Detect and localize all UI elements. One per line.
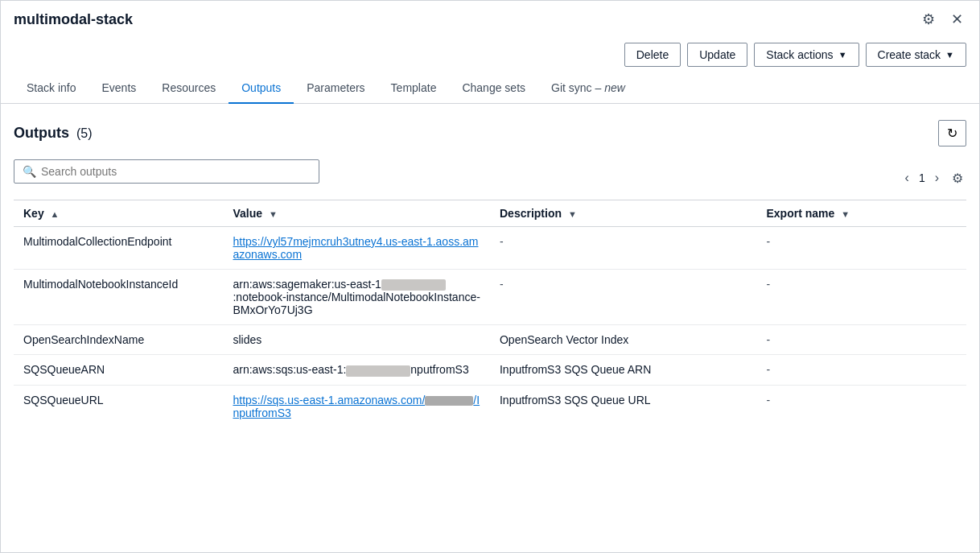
cell-value: https://vyl57mejmcruh3utney4.us-east-1.a…	[223, 227, 490, 270]
tab-parameters[interactable]: Parameters	[294, 73, 377, 104]
close-icon-button[interactable]: ✕	[948, 9, 966, 30]
cell-export-name: -	[757, 355, 967, 385]
table-row: OpenSearchIndexName slides OpenSearch Ve…	[14, 325, 966, 355]
cell-value: slides	[223, 325, 490, 355]
tab-events[interactable]: Events	[89, 73, 149, 104]
col-header-key: Key ▲	[14, 200, 223, 227]
prev-page-button[interactable]: ‹	[902, 169, 912, 187]
nav-tabs: Stack info Events Resources Outputs Para…	[1, 73, 979, 104]
search-pagination-row: 🔍 ‹ 1 › ⚙	[14, 159, 966, 196]
table-row: SQSQueueURL https://sqs.us-east-1.amazon…	[14, 385, 966, 427]
table-row: MultimodalCollectionEndpoint https://vyl…	[14, 227, 966, 270]
cell-key: SQSQueueARN	[14, 355, 223, 385]
tab-resources[interactable]: Resources	[149, 73, 229, 104]
sqs-queue-url-link[interactable]: https://sqs.us-east-1.amazonaws.com//Inp…	[233, 394, 480, 419]
cell-export-name: -	[757, 227, 967, 270]
create-stack-caret-icon: ▼	[945, 50, 954, 60]
cell-description: InputfromS3 SQS Queue URL	[490, 385, 757, 427]
delete-button[interactable]: Delete	[624, 43, 681, 67]
cell-export-name: -	[757, 270, 967, 325]
table-row: SQSQueueARN arn:aws:sqs:us-east-1:nputfr…	[14, 355, 966, 385]
col-header-export-name: Export name ▼	[757, 200, 967, 227]
redacted-block	[381, 279, 446, 291]
section-header: Outputs (5) ↻	[14, 120, 966, 147]
export-sort-icon: ▼	[841, 209, 850, 219]
tab-template[interactable]: Template	[378, 73, 450, 104]
cell-key: MultimodalNotebookInstanceId	[14, 270, 223, 325]
collection-endpoint-link[interactable]: https://vyl57mejmcruh3utney4.us-east-1.a…	[233, 235, 478, 261]
cell-value: arn:aws:sqs:us-east-1:nputfromS3	[223, 355, 490, 385]
outputs-count: (5)	[76, 126, 93, 140]
page-number: 1	[916, 171, 929, 184]
tab-git-sync[interactable]: Git sync – new	[538, 73, 638, 104]
value-sort-icon: ▼	[269, 209, 278, 219]
cell-value: https://sqs.us-east-1.amazonaws.com//Inp…	[223, 385, 490, 427]
cell-description: InputfromS3 SQS Queue ARN	[490, 355, 757, 385]
stack-actions-caret-icon: ▼	[838, 50, 847, 60]
search-bar: 🔍	[14, 159, 319, 184]
settings-icon-button[interactable]: ⚙	[919, 9, 938, 30]
table-settings-button[interactable]: ⚙	[949, 169, 966, 188]
section-title: Outputs (5)	[14, 125, 93, 142]
cell-key: SQSQueueURL	[14, 385, 223, 427]
stack-actions-button[interactable]: Stack actions ▼	[754, 43, 859, 67]
tab-change-sets[interactable]: Change sets	[449, 73, 538, 104]
toolbar: Delete Update Stack actions ▼ Create sta…	[1, 36, 979, 73]
search-icon: 🔍	[23, 165, 36, 178]
update-button[interactable]: Update	[687, 43, 747, 67]
redacted-block	[346, 365, 410, 377]
cell-description: OpenSearch Vector Index	[490, 325, 757, 355]
cell-value: arn:aws:sagemaker:us-east-1:notebook-ins…	[223, 270, 490, 325]
outputs-table: Key ▲ Value ▼ Description ▼ Export name …	[14, 200, 966, 427]
cell-description: -	[490, 270, 757, 325]
tab-outputs[interactable]: Outputs	[229, 73, 294, 104]
cell-description: -	[490, 227, 757, 270]
col-header-value: Value ▼	[223, 200, 490, 227]
table-row: MultimodalNotebookInstanceId arn:aws:sag…	[14, 270, 966, 325]
create-stack-button[interactable]: Create stack ▼	[866, 43, 966, 67]
pagination: ‹ 1 › ⚙	[902, 169, 966, 188]
cell-key: MultimodalCollectionEndpoint	[14, 227, 223, 270]
window-title: multimodal-stack	[14, 11, 133, 28]
redacted-block	[425, 396, 473, 406]
next-page-button[interactable]: ›	[932, 169, 942, 187]
tab-stack-info[interactable]: Stack info	[14, 73, 89, 104]
refresh-button[interactable]: ↻	[938, 120, 966, 147]
search-input[interactable]	[41, 165, 311, 178]
key-sort-icon: ▲	[51, 209, 60, 219]
desc-sort-icon: ▼	[568, 209, 577, 219]
cell-export-name: -	[757, 385, 967, 427]
cell-key: OpenSearchIndexName	[14, 325, 223, 355]
col-header-description: Description ▼	[490, 200, 757, 227]
main-content: Outputs (5) ↻ 🔍 ‹ 1 › ⚙ Key ▲	[1, 104, 979, 444]
cell-export-name: -	[757, 325, 967, 355]
